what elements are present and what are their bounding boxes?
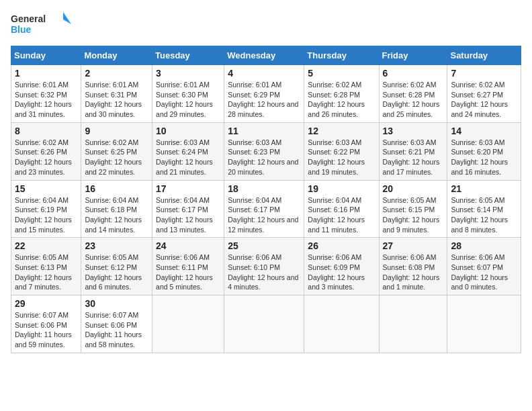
day-info: Sunrise: 6:07 AM Sunset: 6:06 PM Dayligh…	[15, 310, 77, 350]
calendar-cell: 18 Sunrise: 6:04 AM Sunset: 6:17 PM Dayl…	[224, 180, 304, 238]
calendar-week-row: 1 Sunrise: 6:01 AM Sunset: 6:32 PM Dayli…	[11, 65, 521, 123]
day-info: Sunrise: 6:06 AM Sunset: 6:07 PM Dayligh…	[451, 253, 517, 292]
day-number: 3	[156, 68, 220, 79]
day-info: Sunrise: 6:06 AM Sunset: 6:10 PM Dayligh…	[228, 253, 300, 292]
calendar-cell: 19 Sunrise: 6:04 AM Sunset: 6:16 PM Dayl…	[304, 180, 379, 238]
calendar-cell: 29 Sunrise: 6:07 AM Sunset: 6:06 PM Dayl…	[11, 295, 81, 353]
calendar-cell: 28 Sunrise: 6:06 AM Sunset: 6:07 PM Dayl…	[447, 238, 521, 295]
day-info: Sunrise: 6:03 AM Sunset: 6:20 PM Dayligh…	[451, 138, 517, 177]
calendar-week-row: 22 Sunrise: 6:05 AM Sunset: 6:13 PM Dayl…	[11, 238, 521, 295]
day-number: 18	[228, 183, 300, 194]
day-number: 4	[228, 68, 300, 79]
svg-text:General: General	[11, 13, 46, 24]
calendar-cell: 26 Sunrise: 6:06 AM Sunset: 6:09 PM Dayl…	[304, 238, 379, 295]
day-info: Sunrise: 6:04 AM Sunset: 6:17 PM Dayligh…	[156, 195, 220, 235]
day-number: 11	[228, 126, 300, 136]
calendar-cell: 20 Sunrise: 6:05 AM Sunset: 6:15 PM Dayl…	[379, 180, 447, 238]
calendar-cell: 14 Sunrise: 6:03 AM Sunset: 6:20 PM Dayl…	[447, 122, 521, 180]
day-info: Sunrise: 6:01 AM Sunset: 6:30 PM Dayligh…	[156, 80, 220, 120]
calendar-cell: 23 Sunrise: 6:05 AM Sunset: 6:12 PM Dayl…	[81, 238, 152, 295]
day-number: 20	[383, 183, 444, 194]
day-number: 25	[228, 240, 300, 251]
day-info: Sunrise: 6:05 AM Sunset: 6:12 PM Dayligh…	[85, 253, 148, 292]
calendar-cell: 1 Sunrise: 6:01 AM Sunset: 6:32 PM Dayli…	[11, 65, 81, 123]
day-number: 6	[383, 68, 444, 79]
calendar-cell	[379, 295, 447, 353]
col-header-sunday: Sunday	[11, 46, 81, 65]
day-number: 10	[156, 126, 220, 136]
calendar-cell: 25 Sunrise: 6:06 AM Sunset: 6:10 PM Dayl…	[224, 238, 304, 295]
calendar-cell: 22 Sunrise: 6:05 AM Sunset: 6:13 PM Dayl…	[11, 238, 81, 295]
day-number: 16	[85, 183, 148, 194]
calendar-cell: 21 Sunrise: 6:05 AM Sunset: 6:14 PM Dayl…	[447, 180, 521, 238]
day-info: Sunrise: 6:03 AM Sunset: 6:23 PM Dayligh…	[228, 138, 300, 177]
calendar-cell	[224, 295, 304, 353]
calendar-cell: 27 Sunrise: 6:06 AM Sunset: 6:08 PM Dayl…	[379, 238, 447, 295]
day-number: 7	[451, 68, 517, 79]
day-number: 24	[156, 240, 220, 251]
day-info: Sunrise: 6:02 AM Sunset: 6:27 PM Dayligh…	[451, 80, 517, 120]
calendar-cell	[447, 295, 521, 353]
calendar-cell: 9 Sunrise: 6:02 AM Sunset: 6:25 PM Dayli…	[81, 122, 152, 180]
calendar-table: SundayMondayTuesdayWednesdayThursdayFrid…	[11, 46, 521, 353]
calendar-cell: 4 Sunrise: 6:01 AM Sunset: 6:29 PM Dayli…	[224, 65, 304, 123]
day-info: Sunrise: 6:06 AM Sunset: 6:11 PM Dayligh…	[156, 253, 220, 292]
day-info: Sunrise: 6:05 AM Sunset: 6:13 PM Dayligh…	[15, 253, 77, 292]
logo: General Blue	[11, 11, 71, 38]
svg-text:Blue: Blue	[11, 24, 32, 35]
calendar-cell: 11 Sunrise: 6:03 AM Sunset: 6:23 PM Dayl…	[224, 122, 304, 180]
day-info: Sunrise: 6:06 AM Sunset: 6:09 PM Dayligh…	[308, 253, 375, 292]
day-number: 26	[308, 240, 375, 251]
day-info: Sunrise: 6:04 AM Sunset: 6:19 PM Dayligh…	[15, 195, 77, 235]
day-number: 29	[15, 298, 77, 309]
calendar-cell: 8 Sunrise: 6:02 AM Sunset: 6:26 PM Dayli…	[11, 122, 81, 180]
day-info: Sunrise: 6:05 AM Sunset: 6:14 PM Dayligh…	[451, 195, 517, 235]
calendar-week-row: 8 Sunrise: 6:02 AM Sunset: 6:26 PM Dayli…	[11, 122, 521, 180]
calendar-cell: 12 Sunrise: 6:03 AM Sunset: 6:22 PM Dayl…	[304, 122, 379, 180]
day-info: Sunrise: 6:03 AM Sunset: 6:21 PM Dayligh…	[383, 138, 444, 177]
calendar-header-row: SundayMondayTuesdayWednesdayThursdayFrid…	[11, 46, 521, 65]
calendar-cell: 17 Sunrise: 6:04 AM Sunset: 6:17 PM Dayl…	[152, 180, 224, 238]
page-header: General Blue	[11, 11, 521, 38]
day-number: 17	[156, 183, 220, 194]
day-info: Sunrise: 6:01 AM Sunset: 6:31 PM Dayligh…	[85, 80, 148, 120]
day-info: Sunrise: 6:02 AM Sunset: 6:28 PM Dayligh…	[308, 80, 375, 120]
calendar-cell	[304, 295, 379, 353]
calendar-week-row: 29 Sunrise: 6:07 AM Sunset: 6:06 PM Dayl…	[11, 295, 521, 353]
calendar-cell: 3 Sunrise: 6:01 AM Sunset: 6:30 PM Dayli…	[152, 65, 224, 123]
calendar-cell: 5 Sunrise: 6:02 AM Sunset: 6:28 PM Dayli…	[304, 65, 379, 123]
day-info: Sunrise: 6:03 AM Sunset: 6:22 PM Dayligh…	[308, 138, 375, 177]
calendar-cell: 13 Sunrise: 6:03 AM Sunset: 6:21 PM Dayl…	[379, 122, 447, 180]
col-header-tuesday: Tuesday	[152, 46, 224, 65]
day-info: Sunrise: 6:01 AM Sunset: 6:29 PM Dayligh…	[228, 80, 300, 120]
calendar-cell: 7 Sunrise: 6:02 AM Sunset: 6:27 PM Dayli…	[447, 65, 521, 123]
day-number: 21	[451, 183, 517, 194]
col-header-friday: Friday	[379, 46, 447, 65]
day-info: Sunrise: 6:07 AM Sunset: 6:06 PM Dayligh…	[85, 310, 148, 350]
day-info: Sunrise: 6:04 AM Sunset: 6:16 PM Dayligh…	[308, 195, 375, 235]
day-number: 14	[451, 126, 517, 136]
calendar-cell	[152, 295, 224, 353]
calendar-cell: 24 Sunrise: 6:06 AM Sunset: 6:11 PM Dayl…	[152, 238, 224, 295]
day-info: Sunrise: 6:02 AM Sunset: 6:28 PM Dayligh…	[383, 80, 444, 120]
col-header-wednesday: Wednesday	[224, 46, 304, 65]
day-number: 15	[15, 183, 77, 194]
calendar-cell: 2 Sunrise: 6:01 AM Sunset: 6:31 PM Dayli…	[81, 65, 152, 123]
day-info: Sunrise: 6:01 AM Sunset: 6:32 PM Dayligh…	[15, 80, 77, 120]
day-info: Sunrise: 6:06 AM Sunset: 6:08 PM Dayligh…	[383, 253, 444, 292]
day-number: 9	[85, 126, 148, 136]
day-number: 28	[451, 240, 517, 251]
calendar-cell: 6 Sunrise: 6:02 AM Sunset: 6:28 PM Dayli…	[379, 65, 447, 123]
col-header-thursday: Thursday	[304, 46, 379, 65]
day-info: Sunrise: 6:04 AM Sunset: 6:18 PM Dayligh…	[85, 195, 148, 235]
col-header-saturday: Saturday	[447, 46, 521, 65]
calendar-cell: 30 Sunrise: 6:07 AM Sunset: 6:06 PM Dayl…	[81, 295, 152, 353]
day-number: 1	[15, 68, 77, 79]
day-info: Sunrise: 6:05 AM Sunset: 6:15 PM Dayligh…	[383, 195, 444, 235]
day-info: Sunrise: 6:02 AM Sunset: 6:26 PM Dayligh…	[15, 138, 77, 177]
calendar-cell: 10 Sunrise: 6:03 AM Sunset: 6:24 PM Dayl…	[152, 122, 224, 180]
calendar-cell: 15 Sunrise: 6:04 AM Sunset: 6:19 PM Dayl…	[11, 180, 81, 238]
day-number: 8	[15, 126, 77, 136]
day-number: 23	[85, 240, 148, 251]
day-number: 13	[383, 126, 444, 136]
